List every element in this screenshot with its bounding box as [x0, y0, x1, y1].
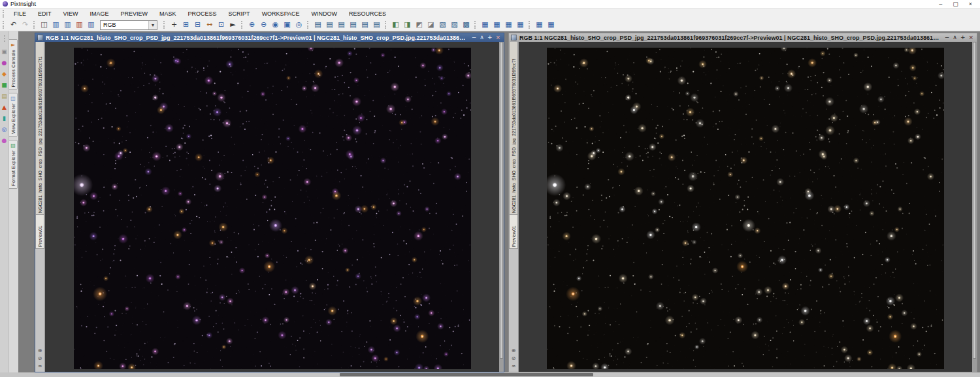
stf-link-icon[interactable]: ▤: [348, 20, 359, 30]
preview-tab[interactable]: Preview01: [509, 215, 518, 249]
shade-button[interactable]: ∧: [953, 33, 957, 42]
main-view-tab[interactable]: NGC281_histo_SHO_crop_PSD_jpg_221753da01…: [509, 42, 518, 215]
readout-mode-icon[interactable]: +: [169, 20, 180, 30]
gray-process-icon[interactable]: ▣: [1, 48, 7, 55]
menu-file[interactable]: FILE: [8, 8, 32, 19]
orange-diamond-icon[interactable]: ◆: [2, 71, 7, 77]
undo-icon[interactable]: ↶: [8, 20, 19, 30]
violet-circle-icon[interactable]: ●: [2, 137, 7, 144]
image-window-titlebar[interactable]: RGB 1:1 NGC281_histo_SHO_crop_PSD_jpg_22…: [509, 33, 977, 42]
channel-selector[interactable]: RGB ▾: [100, 20, 157, 30]
toolbar-grip[interactable]: [385, 21, 387, 29]
toolbar-grip[interactable]: [474, 21, 477, 29]
image-viewport[interactable]: [45, 42, 499, 372]
toolbar-grip[interactable]: [163, 21, 166, 29]
main-view-tab[interactable]: NGC281_histo_SHO_crop_PSD_jpg_221753da01…: [35, 42, 44, 215]
close-button[interactable]: ×: [968, 33, 973, 42]
app-maximize-button[interactable]: ▢: [953, 0, 958, 8]
menu-resources[interactable]: RESOURCES: [343, 8, 392, 19]
red-triangle-icon[interactable]: ▲: [2, 104, 7, 110]
menu-process[interactable]: PROCESS: [182, 8, 223, 19]
tab-process-console[interactable]: ► Process Console: [9, 39, 18, 90]
process-down-icon[interactable]: ◪: [425, 20, 436, 30]
menu-script[interactable]: SCRIPT: [223, 8, 256, 19]
process-up-icon[interactable]: ◩: [414, 20, 425, 30]
stf-reset-icon[interactable]: ▤: [324, 20, 335, 30]
workspace-horizontal-scrollbar[interactable]: [0, 372, 980, 377]
vertical-scrollbar[interactable]: [972, 42, 977, 372]
app-minimize-button[interactable]: –: [939, 0, 942, 8]
no-zoom-icon[interactable]: ⊘: [38, 355, 42, 361]
tab-format-explorer[interactable]: ▤ Format Explorer: [9, 140, 18, 189]
menu-view[interactable]: VIEW: [57, 8, 84, 19]
screen-blue3-icon[interactable]: ▥: [86, 20, 97, 30]
fit-view-icon[interactable]: ▣: [282, 20, 293, 30]
magenta-circle-icon[interactable]: ●: [2, 59, 7, 66]
blue-ring-icon[interactable]: ◎: [2, 126, 7, 133]
toolbar-grip[interactable]: [33, 21, 36, 29]
new-workspace-icon[interactable]: ▦: [546, 20, 557, 30]
green-square-icon[interactable]: ■: [1, 82, 7, 88]
menu-mask[interactable]: MASK: [154, 8, 182, 19]
process-grid-icon[interactable]: ▩: [461, 20, 472, 30]
sync-icon[interactable]: ⊕: [512, 348, 516, 353]
redo-icon[interactable]: ↷: [20, 20, 31, 30]
khaki-box-icon[interactable]: ▤: [1, 93, 7, 99]
preview-tab[interactable]: Preview01: [35, 215, 44, 249]
monitor-1-icon[interactable]: ▦: [480, 20, 491, 30]
toolbar-grip[interactable]: [307, 21, 310, 29]
toolbar-grip[interactable]: [3, 21, 5, 29]
close-button[interactable]: ×: [495, 33, 500, 42]
shade-button[interactable]: ∧: [480, 33, 484, 42]
dock-grip[interactable]: [4, 35, 5, 42]
process-right-icon[interactable]: ◨: [402, 20, 413, 30]
monitor-2-icon[interactable]: ▦: [491, 20, 502, 30]
link-icon[interactable]: ∞: [38, 363, 42, 369]
teal-file-icon[interactable]: ▮: [3, 115, 6, 122]
workspace-display-icon[interactable]: ▦: [534, 20, 545, 30]
screen-red-icon[interactable]: ▥: [74, 20, 85, 30]
screen-blue1-icon[interactable]: ▥: [50, 20, 61, 30]
monitor-3-icon[interactable]: ▦: [503, 20, 514, 30]
link-icon[interactable]: ∞: [512, 363, 516, 369]
star-image[interactable]: [74, 48, 471, 369]
iconize-button[interactable]: −: [472, 33, 477, 42]
screen-blue2-icon[interactable]: ▥: [62, 20, 73, 30]
app-close-button[interactable]: ×: [969, 0, 972, 8]
chevron-down-icon[interactable]: ▾: [148, 21, 157, 29]
select-mode-icon[interactable]: ►: [227, 20, 238, 30]
process-hatch1-icon[interactable]: ▧: [437, 20, 448, 30]
scrollbar-thumb[interactable]: [500, 42, 503, 359]
stf-enable-icon[interactable]: ▤: [359, 20, 370, 30]
center-image-icon[interactable]: ⊡: [216, 20, 227, 30]
toolbar-grip[interactable]: [241, 21, 244, 29]
image-window-titlebar[interactable]: RGB 1:1 NGC281_histo_SHO_crop_PSD_jpg_22…: [35, 33, 504, 42]
image-viewport[interactable]: [519, 42, 972, 372]
toolbar-grip[interactable]: [529, 21, 531, 29]
zoom-button[interactable]: +: [960, 33, 966, 42]
menu-preview[interactable]: PREVIEW: [115, 8, 154, 19]
menu-edit[interactable]: EDIT: [32, 8, 57, 19]
star-image[interactable]: [547, 48, 944, 369]
pan-mode-icon[interactable]: ↔: [204, 20, 215, 30]
no-zoom-icon[interactable]: ⊘: [512, 355, 516, 361]
zoom-button[interactable]: +: [487, 33, 493, 42]
process-left-icon[interactable]: ◧: [390, 20, 401, 30]
tab-view-explorer[interactable]: ◫ View Explorer: [9, 93, 18, 137]
menu-image[interactable]: IMAGE: [84, 8, 115, 19]
zoom-in-icon[interactable]: ⊕: [246, 20, 257, 30]
app-titlebar[interactable]: PixInsight – ▢ ×: [0, 0, 980, 8]
vertical-scrollbar[interactable]: [499, 42, 504, 372]
monitor-4-icon[interactable]: ▦: [515, 20, 526, 30]
stf-autostretch-icon[interactable]: ▤: [312, 20, 323, 30]
optimal-fit-icon[interactable]: ◎: [293, 20, 304, 30]
zoom-out-mode-icon[interactable]: ⊟: [192, 20, 203, 30]
sync-icon[interactable]: ⊕: [38, 348, 42, 353]
menu-window[interactable]: WINDOW: [305, 8, 343, 19]
zoom-in-mode-icon[interactable]: ⊞: [180, 20, 191, 30]
zoom-out-icon[interactable]: ⊖: [258, 20, 269, 30]
stf-track-icon[interactable]: ▤: [371, 20, 382, 30]
scrollbar-thumb[interactable]: [340, 373, 593, 376]
iconize-button[interactable]: −: [945, 33, 950, 42]
menubar-grip[interactable]: [3, 10, 5, 18]
